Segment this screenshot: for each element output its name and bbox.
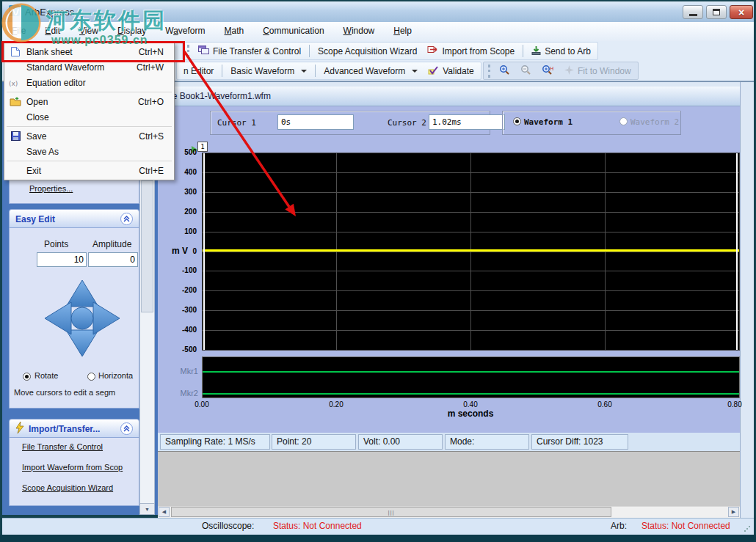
menu-item-exit[interactable]: ExitCtrl+E xyxy=(4,163,174,178)
advanced-waveform-button[interactable]: Advanced Waveform xyxy=(319,63,423,79)
menu-item-equation-editor[interactable]: (x)Equation editor xyxy=(4,75,174,90)
y-axis-tick: -500 xyxy=(167,345,197,354)
waveform2-radio[interactable] xyxy=(619,117,628,125)
menu-display[interactable]: Display xyxy=(108,22,156,41)
horizontal-scrollbar-thumb[interactable]: ||| xyxy=(171,507,611,517)
button-label: n Editor xyxy=(183,66,214,76)
menu-window[interactable]: Window xyxy=(334,22,385,41)
oscilloscope-status: Status: Not Connected xyxy=(273,521,362,531)
menu-item-standard-waveform[interactable]: Standard WaveformCtrl+W xyxy=(4,59,174,75)
menu-item-close[interactable]: Close xyxy=(4,109,174,125)
cursor1-line[interactable] xyxy=(203,153,205,350)
fit-to-window-button[interactable]: Fit to Window xyxy=(559,63,636,79)
menu-item-shortcut: Ctrl+O xyxy=(138,97,164,107)
cursor1-handle[interactable]: 1 xyxy=(197,142,208,152)
zoom-out-button[interactable] xyxy=(515,63,537,79)
arbexpress-window: ArbExpress × FileEditViewDisplayWaveform… xyxy=(0,0,756,542)
validate-button[interactable]: Validate xyxy=(423,63,479,79)
menu-item-save[interactable]: SaveCtrl+S xyxy=(4,128,174,144)
properties-link[interactable]: Properties... xyxy=(29,184,73,193)
easy-edit-title: Easy Edit xyxy=(15,214,55,224)
titlebar[interactable]: ArbExpress xyxy=(2,1,754,22)
import-transfer-header[interactable]: Import/Transfer... xyxy=(9,419,139,438)
menu-math[interactable]: Math xyxy=(215,22,254,41)
amplitude-input[interactable] xyxy=(88,252,138,267)
menu-item-save-as[interactable]: Save As xyxy=(4,144,174,159)
x-axis-label: m seconds xyxy=(448,409,494,419)
file-transfer-control-link[interactable]: File Transfer & Control xyxy=(22,442,103,451)
validate-icon xyxy=(428,65,439,77)
basic-waveform-button[interactable]: Basic Waveform xyxy=(225,63,312,79)
menu-item-open[interactable]: OpenCtrl+O xyxy=(4,94,174,109)
marker1-line[interactable] xyxy=(203,371,739,373)
import-transfer-title: Import/Transfer... xyxy=(29,424,100,434)
marker2-line[interactable] xyxy=(203,393,739,395)
scroll-left-button[interactable]: ◀ xyxy=(159,507,170,517)
horizontal-radio[interactable] xyxy=(87,373,95,381)
y-axis-tick: 300 xyxy=(167,188,197,196)
file-transfer-control-button[interactable]: File Transfer & Control xyxy=(193,43,306,59)
menu-waveform[interactable]: Waveform xyxy=(156,22,214,41)
toolbar-transfer-group: File Transfer & ControlScope Acquisition… xyxy=(182,42,598,60)
n-editor-button[interactable]: n Editor xyxy=(178,63,219,79)
lightning-icon xyxy=(15,422,24,436)
collapse-chevron-icon[interactable] xyxy=(120,213,133,225)
resize-grip[interactable] xyxy=(744,525,750,532)
file-transfer-icon xyxy=(198,45,209,56)
scope-acquisition-wizard-link[interactable]: Scope Acquisition Wizard xyxy=(22,483,113,492)
x-axis-tick: 0.40 xyxy=(463,400,477,409)
toolbar-grip[interactable] xyxy=(488,65,491,78)
cursor1-input[interactable] xyxy=(277,114,354,130)
horizontal-label: Horizonta xyxy=(98,371,133,380)
toolbar-separator xyxy=(222,65,222,77)
import-waveform-from-scop-link[interactable]: Import Waveform from Scop xyxy=(22,463,123,472)
arb-status: Status: Not Connected xyxy=(641,521,730,531)
toolbar-grip[interactable] xyxy=(187,45,190,58)
cursor2-line[interactable] xyxy=(736,153,738,350)
sidebar-scrollbar-thumb[interactable] xyxy=(141,180,153,312)
equation-icon: (x) xyxy=(4,78,26,87)
gridline-vertical xyxy=(605,153,606,350)
file-menu: Blank sheetCtrl+NStandard WaveformCtrl+W… xyxy=(4,42,175,180)
cursor2-label: Cursor 2 xyxy=(388,118,426,128)
cursor2-input[interactable] xyxy=(429,114,505,130)
menu-item-shortcut: Ctrl+E xyxy=(139,166,164,176)
close-button[interactable]: × xyxy=(730,5,753,19)
points-label: Points xyxy=(44,239,68,249)
minimize-button[interactable] xyxy=(683,5,703,19)
status-field-mode: Mode: xyxy=(445,434,529,450)
app-icon xyxy=(9,5,20,19)
menu-item-label: Exit xyxy=(26,166,139,176)
scroll-right-button[interactable]: ▶ xyxy=(728,507,739,517)
menu-item-blank-sheet[interactable]: Blank sheetCtrl+N xyxy=(4,44,174,59)
direction-pad[interactable] xyxy=(42,277,123,359)
scroll-down-button[interactable]: ▼ xyxy=(139,503,155,515)
marker-strip[interactable] xyxy=(202,356,740,398)
import-from-scope-button[interactable]: Import from Scope xyxy=(422,43,520,59)
window-title: ArbExpress xyxy=(25,7,74,18)
menu-item-label: Open xyxy=(26,97,138,107)
toolbar-waveform-group: n EditorBasic WaveformAdvanced WaveformV… xyxy=(176,62,481,80)
scope-acquisition-wizard-button[interactable]: Scope Acquisition Wizard xyxy=(313,43,422,59)
arb-label: Arb: xyxy=(611,521,627,531)
menu-view[interactable]: View xyxy=(70,22,108,41)
collapse-chevron-icon[interactable] xyxy=(120,422,133,435)
menu-edit[interactable]: Edit xyxy=(35,22,70,41)
x-axis-tick: 0.20 xyxy=(329,400,343,409)
menu-file[interactable]: File xyxy=(2,22,35,41)
waveform1-trace[interactable] xyxy=(203,249,739,252)
menu-item-label: Close xyxy=(26,112,164,122)
points-input[interactable] xyxy=(37,252,87,267)
zoom-in-button[interactable] xyxy=(494,63,515,79)
menu-help[interactable]: Help xyxy=(384,22,421,41)
menu-communication[interactable]: Communication xyxy=(253,22,333,41)
zoom-h-button[interactable]: H xyxy=(537,63,559,79)
maximize-button[interactable] xyxy=(706,5,727,19)
maximize-icon xyxy=(713,9,720,15)
rotate-radio[interactable] xyxy=(23,373,31,381)
document-titlebar[interactable]: ave Book1-Waveform1.wfm xyxy=(158,87,740,106)
easy-edit-header[interactable]: Easy Edit xyxy=(9,209,139,228)
send-to-arb-button[interactable]: Send to Arb xyxy=(526,43,596,59)
waveform1-radio[interactable] xyxy=(513,117,521,125)
menu-item-label: Save xyxy=(26,131,139,142)
